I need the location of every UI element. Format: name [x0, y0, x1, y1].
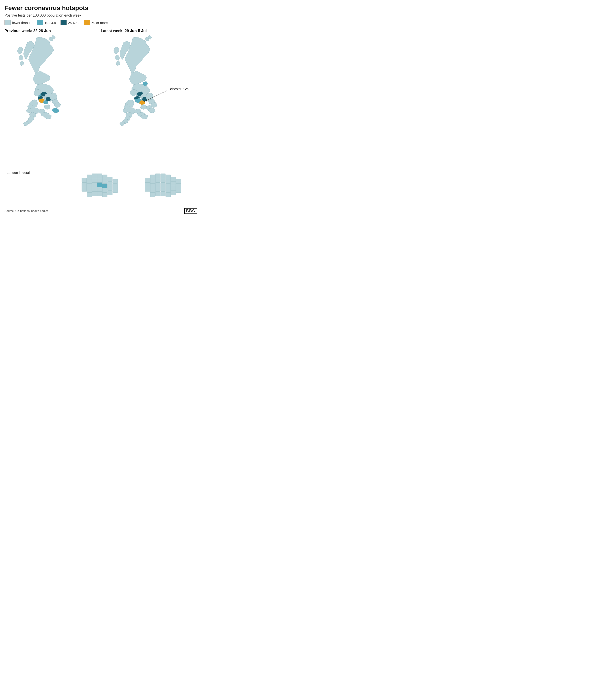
svg-rect-17	[97, 187, 102, 192]
svg-rect-19	[102, 175, 107, 179]
svg-rect-47	[160, 178, 165, 182]
svg-rect-51	[166, 175, 171, 179]
latest-uk-map-svg: Leicester: 125	[101, 35, 197, 169]
svg-rect-10	[92, 178, 97, 182]
svg-rect-2	[82, 182, 87, 187]
svg-rect-23	[102, 193, 107, 197]
svg-rect-62	[176, 188, 181, 193]
maps-row: Leicester: 125	[4, 35, 197, 169]
legend-color-fewer-10	[4, 20, 11, 25]
previous-london-map-svg	[79, 170, 124, 202]
svg-rect-27	[107, 191, 112, 195]
svg-rect-7	[87, 188, 92, 193]
svg-rect-54	[166, 188, 171, 193]
legend-item-25-49: 25-49.9	[60, 20, 79, 25]
svg-rect-3	[82, 187, 87, 192]
svg-rect-50	[160, 192, 165, 196]
legend-label-10-24: 10-24.9	[45, 21, 56, 25]
svg-rect-55	[166, 193, 171, 197]
svg-rect-39	[150, 188, 155, 193]
london-label-text: London in detail	[7, 171, 30, 175]
svg-rect-43	[155, 182, 160, 187]
latest-week-prefix: Latest week:	[101, 29, 124, 33]
svg-rect-25	[107, 181, 112, 186]
svg-rect-13	[92, 192, 97, 196]
footer: Source: UK national health bodies BBC	[4, 206, 197, 216]
latest-london-map-area	[134, 170, 197, 202]
svg-rect-6	[87, 184, 92, 188]
svg-rect-24	[107, 177, 112, 181]
annotation-text: Leicester: 125	[168, 87, 188, 91]
latest-london-map-svg	[143, 170, 188, 202]
svg-rect-60	[176, 179, 181, 184]
london-label-area: London in detail	[4, 170, 70, 175]
svg-rect-15	[97, 178, 102, 182]
svg-rect-30	[113, 188, 118, 193]
svg-rect-32	[102, 184, 107, 188]
legend-item-fewer-10: fewer than 10	[4, 20, 32, 25]
svg-rect-48	[160, 182, 165, 187]
svg-rect-8	[87, 193, 92, 197]
previous-week-date: 22-28 Jun	[33, 29, 51, 33]
svg-rect-41	[155, 174, 160, 178]
latest-week-label: Latest week: 29 Jun-5 Jul	[101, 29, 197, 33]
svg-rect-22	[102, 188, 107, 193]
svg-rect-4	[87, 175, 92, 179]
svg-rect-57	[171, 181, 176, 186]
svg-rect-34	[145, 182, 150, 187]
legend: fewer than 10 10-24.9 25-49.9 50 or more	[4, 20, 197, 25]
svg-rect-59	[171, 191, 176, 195]
svg-rect-35	[145, 187, 150, 192]
previous-week-map	[4, 35, 101, 169]
svg-rect-31	[97, 182, 102, 187]
legend-item-10-24: 10-24.9	[37, 20, 56, 25]
svg-rect-5	[87, 179, 92, 184]
london-detail-row: London in detail	[4, 170, 197, 202]
svg-rect-36	[150, 175, 155, 179]
svg-rect-53	[166, 184, 171, 188]
svg-rect-1	[82, 178, 87, 182]
svg-rect-12	[92, 187, 97, 192]
svg-rect-14	[97, 174, 102, 178]
legend-color-50-more	[84, 20, 90, 25]
svg-rect-18	[97, 192, 102, 196]
latest-week-date: 29 Jun-5 Jul	[125, 29, 147, 33]
svg-rect-42	[155, 178, 160, 182]
previous-uk-map-svg	[4, 35, 101, 169]
latest-week-map: Leicester: 125	[101, 35, 197, 169]
svg-rect-20	[102, 179, 107, 184]
bbc-logo: BBC	[184, 208, 197, 214]
svg-rect-44	[155, 187, 160, 192]
svg-rect-56	[171, 177, 176, 181]
svg-rect-52	[166, 179, 171, 184]
svg-rect-38	[150, 184, 155, 188]
legend-color-25-49	[60, 20, 67, 25]
london-label: London in detail	[7, 170, 30, 175]
svg-rect-11	[92, 182, 97, 187]
svg-rect-26	[107, 186, 112, 191]
week-labels: Previous week: 22-28 Jun Latest week: 29…	[4, 29, 197, 33]
svg-rect-33	[145, 178, 150, 182]
previous-week-prefix: Previous week:	[4, 29, 32, 33]
legend-label-fewer-10: fewer than 10	[12, 21, 32, 25]
subtitle: Positive tests per 100,000 population ea…	[4, 14, 197, 18]
svg-rect-45	[155, 192, 160, 196]
page-title: Fewer coronavirus hotspots	[4, 4, 197, 11]
svg-rect-58	[171, 186, 176, 191]
legend-item-50-more: 50 or more	[84, 20, 108, 25]
svg-rect-37	[150, 179, 155, 184]
svg-rect-46	[160, 174, 165, 178]
svg-rect-61	[176, 184, 181, 188]
source-label: Source: UK national health bodies	[4, 209, 49, 212]
svg-rect-28	[113, 179, 118, 184]
previous-london-map-area	[70, 170, 133, 202]
svg-rect-9	[92, 174, 97, 178]
legend-label-50-more: 50 or more	[92, 21, 108, 25]
previous-week-label: Previous week: 22-28 Jun	[4, 29, 101, 33]
legend-label-25-49: 25-49.9	[68, 21, 79, 25]
legend-color-10-24	[37, 20, 43, 25]
svg-rect-49	[160, 187, 165, 192]
svg-rect-29	[113, 184, 118, 188]
svg-rect-40	[150, 193, 155, 197]
